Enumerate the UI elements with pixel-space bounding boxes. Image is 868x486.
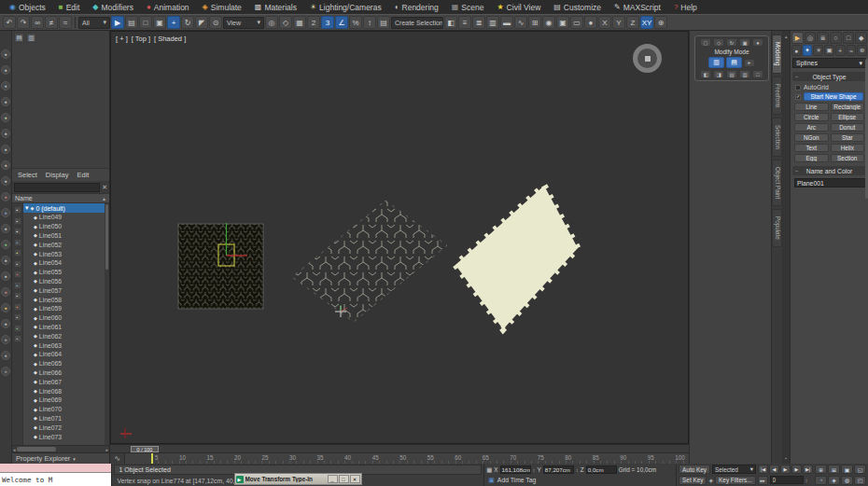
keyboard-shortcut-override-button[interactable]: ▦ [293, 16, 306, 29]
explorer-filter-icon[interactable]: ▪ [14, 282, 21, 289]
caddy-tool-7[interactable]: ◨ [713, 70, 724, 78]
category-geometry[interactable]: ● [791, 45, 802, 56]
spinner-icon[interactable]: ↕ [533, 467, 536, 473]
angle-snap-button[interactable]: ∠ [335, 16, 348, 29]
percent-snap-button[interactable]: % [349, 16, 362, 29]
ribbon-tab-object-paint[interactable]: Object Paint [772, 160, 782, 206]
mini-curve-editor-button[interactable]: ∿ [110, 453, 125, 464]
start-new-shape-button[interactable]: Start New Shape [804, 92, 863, 101]
scene-object-row[interactable]: ◆ Line065 [23, 359, 109, 368]
restrict-to-x-button[interactable]: X [598, 16, 611, 29]
mirror-button[interactable]: ◧ [444, 16, 457, 29]
time-slider-handle[interactable]: 0 / 100 [131, 446, 159, 452]
scene-object-row[interactable]: ◆ Line055 [23, 268, 109, 277]
scene-object-row[interactable]: ◆ Line064 [23, 350, 109, 359]
object-name-field[interactable] [794, 178, 868, 187]
scene-object-row[interactable]: ◆ Line058 [23, 295, 109, 304]
horizontal-scrollbar[interactable]: ◂ ▸ [12, 445, 109, 452]
scene-object-row[interactable]: ◆ Line063 [23, 340, 109, 350]
dock-tool[interactable]: ● [1, 319, 10, 328]
play-button[interactable]: ▶ [780, 465, 791, 474]
object-type-button[interactable]: Arc [794, 123, 829, 132]
object-type-button[interactable]: Line [794, 103, 829, 111]
dock-tool[interactable]: ● [1, 240, 10, 249]
scroll-right-icon[interactable]: ▸ [105, 447, 108, 452]
dock-tool[interactable]: ● [1, 256, 10, 265]
dock-tool[interactable]: ● [1, 176, 10, 186]
menu-simulate[interactable]: ◈ Simulate [196, 0, 248, 14]
category-cameras[interactable]: ▣ [824, 45, 834, 56]
dock-tool[interactable]: ● [1, 192, 10, 201]
scene-object-row[interactable]: ◆ Line053 [23, 249, 109, 258]
scene-object-row[interactable]: ◆ Line066 [23, 368, 109, 378]
zoom-extents-button[interactable]: ▣ [841, 465, 853, 474]
toggle-ribbon-button[interactable]: ▬ [500, 16, 513, 29]
listener-pane[interactable]: Welcome to M [0, 473, 111, 486]
scene-object-row[interactable]: ◆ Line050 [23, 222, 109, 231]
wireframe-spline-pattern[interactable] [292, 201, 447, 322]
ribbon-expand-icon[interactable]: ▴ [785, 34, 788, 39]
window-control-button[interactable]: □ [339, 475, 349, 483]
macro-recorder-pane[interactable] [0, 464, 111, 473]
scene-object-row[interactable]: ◆ Line071 [23, 414, 109, 424]
name-color-rollout-header[interactable]: − Name and Color [792, 166, 866, 175]
time-slider[interactable]: 0 / 100 [110, 444, 689, 452]
object-type-button[interactable]: Rectangle [831, 103, 865, 111]
select-and-place-button[interactable]: ⊙ [209, 16, 222, 29]
schematic-view-button[interactable]: ⊞ [528, 16, 541, 29]
reference-coordinate-dropdown[interactable]: View▾ [223, 17, 264, 29]
explorer-filter-icon[interactable]: ▪ [14, 271, 21, 278]
menu-scene[interactable]: ▦ Scene [445, 0, 491, 14]
dock-tool[interactable]: ● [1, 49, 10, 59]
dock-tool[interactable]: ● [1, 97, 10, 106]
caddy-tool-6[interactable]: ◧ [700, 70, 711, 78]
named-selection-sets-dropdown[interactable]: Create Selection Se▾ [391, 17, 443, 29]
scene-object-row[interactable]: ◆ Line056 [23, 277, 109, 286]
snap-toggle-3d-button[interactable]: 3 [321, 16, 334, 29]
select-by-name-button[interactable]: ▤ [125, 16, 138, 29]
explorer-filter-icon[interactable]: ▪ [14, 249, 21, 257]
zoom-button[interactable]: ⊕ [815, 465, 827, 474]
explorer-filter-icon[interactable]: ▪ [14, 313, 21, 321]
caddy-tool-5[interactable]: ● [752, 38, 763, 47]
object-type-rollout-header[interactable]: − Object Type [792, 72, 866, 81]
restrict-to-xy-plane-button[interactable]: XY [640, 16, 653, 29]
ribbon-tab-selection[interactable]: Selection [772, 118, 782, 157]
set-key-button[interactable]: Set Key [679, 476, 707, 485]
scene-object-row[interactable]: ◆ Line054 [23, 258, 109, 268]
scene-object-row[interactable]: ◆ Line057 [23, 285, 109, 295]
scene-explorer-menu-item[interactable]: Edit [77, 171, 89, 179]
go-to-end-button[interactable]: ▶| [803, 465, 813, 474]
category-lights[interactable]: ☀ [813, 45, 823, 56]
property-explorer-bar[interactable]: Property Explorer ▾ [12, 452, 109, 464]
tab-modify[interactable]: ◎ [805, 32, 817, 44]
key-mode-toggle-button[interactable]: ▸▸ [758, 476, 768, 485]
caddy-expand-button[interactable]: ▸ [744, 59, 755, 67]
object-type-button[interactable]: Ellipse [831, 113, 865, 121]
go-to-start-button[interactable]: |◀ [758, 465, 768, 474]
caddy-tool-1[interactable]: ◻ [700, 38, 711, 47]
modify-mode-button-2[interactable]: ▤ [726, 57, 742, 68]
autogrid-checkbox[interactable] [795, 85, 801, 90]
start-new-shape-checkbox[interactable]: ✓ [795, 94, 801, 100]
menu-civil-view[interactable]: ★ Civil View [490, 0, 547, 14]
spinner-icon[interactable]: ↕ [805, 478, 808, 483]
maxscript-mini-listener[interactable]: Welcome to M [0, 464, 112, 486]
window-control-button[interactable]: ✕ [350, 475, 360, 483]
next-frame-button[interactable]: ▶ [791, 465, 802, 474]
object-type-button[interactable]: NGon [794, 133, 829, 142]
auto-key-button[interactable]: Auto Key [679, 465, 710, 474]
rendered-frame-window-button[interactable]: ▭ [570, 16, 583, 29]
explorer-filter-icon[interactable]: ▪ [14, 292, 21, 299]
snap-toggle-2d-button[interactable]: 2 [307, 16, 320, 29]
select-and-manipulate-button[interactable]: ◇ [279, 16, 292, 29]
object-type-button[interactable]: Circle [794, 113, 829, 121]
scrollbar-thumb[interactable] [17, 447, 56, 451]
previous-frame-button[interactable]: ◀ [769, 465, 779, 474]
scene-object-row[interactable]: ◆ Line060 [23, 313, 109, 323]
x-coordinate-field[interactable]: 161,108cm [500, 465, 531, 474]
explorer-mode-icon[interactable]: ▥ [26, 33, 36, 43]
undo-button[interactable]: ↶ [3, 16, 16, 29]
reference-image-tile[interactable] [178, 223, 263, 309]
material-editor-button[interactable]: ◉ [542, 16, 555, 29]
